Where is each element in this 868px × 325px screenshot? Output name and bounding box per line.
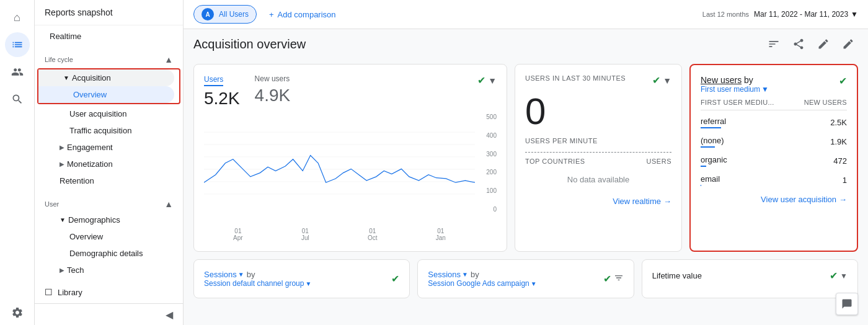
y-label-0: 0 <box>478 206 497 213</box>
chart-card-metrics: Users 5.2K New users 4.9K <box>204 74 290 109</box>
y-label-300: 300 <box>478 151 497 158</box>
chart-card-controls: ✔ ▼ <box>477 74 497 86</box>
chart-card-header: Users 5.2K New users 4.9K ✔ ▼ <box>204 74 497 109</box>
chart-options-dropdown[interactable]: ▼ <box>488 76 497 86</box>
calendar-dropdown-icon: ▼ <box>851 10 858 19</box>
monetization-nav-item[interactable]: ▶ Monetization <box>35 156 178 172</box>
countries-col2-label: USERS <box>647 158 671 165</box>
table-row: (none) 1.9K <box>701 132 847 151</box>
realtime-header-label: USERS IN LAST 30 MINUTES <box>525 74 652 82</box>
pencil-button[interactable] <box>838 34 858 54</box>
table-row: organic 472 <box>701 151 847 171</box>
traffic-acquisition-nav-item[interactable]: Traffic acquisition <box>35 122 178 139</box>
row-value: 2.5K <box>830 118 847 127</box>
sessions-ads-label-row: Sessions ▼ by <box>428 270 536 279</box>
dem-overview-nav-item[interactable]: Overview <box>35 228 178 245</box>
analytics-icon[interactable] <box>5 32 30 57</box>
page-header-row: Acquisition overview <box>184 29 868 56</box>
new-users-value: 4.9K <box>255 86 291 105</box>
topbar: A All Users + Add comparison Last 12 mon… <box>184 0 868 29</box>
first-user-medium-dropdown[interactable]: First user medium ▼ <box>701 85 839 94</box>
view-user-acquisition-link[interactable]: View user acquisition → <box>701 195 847 204</box>
row-value: 1 <box>843 176 847 185</box>
realtime-options-dropdown[interactable]: ▼ <box>663 76 671 86</box>
users-label[interactable]: Users <box>204 75 223 86</box>
new-users-label[interactable]: New users <box>255 74 291 83</box>
row-bar <box>701 127 721 128</box>
sessions-ads-title: Sessions ▼ by Session Google Ads campaig… <box>428 270 536 288</box>
user-section-label[interactable]: User ▲ <box>35 194 183 211</box>
x-axis-labels: 01Apr 01Jul 01Oct 01Jan <box>204 228 497 241</box>
sessions-card-controls: ✔ <box>391 273 399 285</box>
users-metric: Users 5.2K <box>204 74 240 109</box>
lifecycle-section-label[interactable]: Life cycle ▲ <box>35 50 183 67</box>
x-label-apr: 01Apr <box>233 228 243 241</box>
x-label-oct: 01Oct <box>368 228 378 241</box>
new-users-card-controls: ✔ <box>839 75 847 87</box>
channel-dropdown-arrow: ▼ <box>305 280 311 287</box>
sessions-ads-header: Sessions ▼ by Session Google Ads campaig… <box>428 270 623 288</box>
no-data-label: No data available <box>525 167 671 192</box>
date-range-value[interactable]: Mar 11, 2022 - Mar 11, 2023 ▼ <box>754 10 858 19</box>
engagement-nav-item[interactable]: ▶ Engagement <box>35 139 178 156</box>
page-actions <box>764 34 858 54</box>
plus-icon: + <box>269 10 274 19</box>
top-cards-row: Users 5.2K New users 4.9K ✔ ▼ <box>193 64 858 252</box>
new-users-header-content: New users by First user medium ▼ <box>701 75 839 94</box>
share-button[interactable] <box>789 34 808 54</box>
left-icon-sidebar: ⌂ <box>0 0 35 325</box>
sessions-dropdown-1[interactable]: Sessions ▼ <box>204 270 244 279</box>
feedback-button[interactable] <box>836 293 858 315</box>
demographic-details-nav-item[interactable]: Demographic details <box>35 245 178 262</box>
sidebar: Reports snapshot Realtime Life cycle ▲ ▼… <box>35 0 184 325</box>
overview-nav-item[interactable]: Overview <box>38 86 174 103</box>
realtime-divider <box>525 152 671 153</box>
row-label: (none) <box>701 136 724 148</box>
filter-icon[interactable] <box>614 273 624 285</box>
library-nav-item[interactable]: ☐ Library <box>35 283 178 301</box>
sessions-label-row: Sessions ▼ by <box>204 270 311 279</box>
realtime-header-content: USERS IN LAST 30 MINUTES <box>525 74 652 82</box>
edit-comparison-button[interactable] <box>813 34 833 54</box>
row-bar <box>701 166 706 167</box>
lifetime-dropdown[interactable]: ▼ <box>840 272 848 280</box>
content-area: Users 5.2K New users 4.9K ✔ ▼ <box>184 56 868 325</box>
channel-group-dropdown[interactable]: Session default channel group ▼ <box>204 279 311 288</box>
dropdown-arrow-1: ▼ <box>238 271 244 278</box>
search-icon[interactable] <box>5 87 30 112</box>
users-value: 5.2K <box>204 89 240 109</box>
user-acquisition-nav-item[interactable]: User acquisition <box>35 105 178 122</box>
ads-campaign-dropdown[interactable]: Session Google Ads campaign ▼ <box>428 279 536 288</box>
new-users-metric: New users 4.9K <box>255 74 291 109</box>
settings-icon[interactable] <box>5 300 30 325</box>
row-label: email <box>701 174 720 186</box>
add-comparison-button[interactable]: + Add comparison <box>264 7 341 22</box>
data-quality-icon: ✔ <box>477 74 485 86</box>
acquisition-nav-item[interactable]: ▼ Acquisition <box>38 69 174 86</box>
retention-nav-item[interactable]: Retention <box>35 172 178 189</box>
lifetime-value-controls: ✔ ▼ <box>830 270 848 282</box>
new-users-card: New users by First user medium ▼ ✔ F <box>689 64 858 252</box>
x-label-jan: 01Jan <box>436 228 446 241</box>
sessions-dropdown-2[interactable]: Sessions ▼ <box>428 270 468 279</box>
row-value: 472 <box>833 156 847 166</box>
people-icon[interactable] <box>5 60 30 84</box>
customize-report-button[interactable] <box>764 34 784 54</box>
all-users-chip[interactable]: A All Users <box>193 5 257 24</box>
sessions-channel-header: Sessions ▼ by Session default channel gr… <box>204 270 399 288</box>
realtime-nav-item[interactable]: Realtime <box>35 28 178 45</box>
y-label-200: 200 <box>478 169 497 176</box>
reports-snapshot-label[interactable]: Reports snapshot <box>35 0 183 25</box>
demographics-nav-item[interactable]: ▼ Demographics <box>35 211 178 228</box>
line-chart-svg <box>204 114 475 213</box>
ads-dropdown-arrow: ▼ <box>531 280 537 287</box>
tech-nav-item[interactable]: ▶ Tech <box>35 262 178 278</box>
lifetime-value-card: Lifetime value ✔ ▼ <box>642 259 858 298</box>
y-axis-labels: 500 400 300 200 100 0 <box>478 114 497 213</box>
collapse-sidebar-button[interactable]: ◀ <box>35 304 183 325</box>
y-label-400: 400 <box>478 132 497 139</box>
bottom-cards-row: Sessions ▼ by Session default channel gr… <box>193 259 858 298</box>
home-icon[interactable]: ⌂ <box>5 5 30 30</box>
lifetime-check-icon: ✔ <box>830 270 838 282</box>
view-realtime-link[interactable]: View realtime → <box>525 197 671 206</box>
